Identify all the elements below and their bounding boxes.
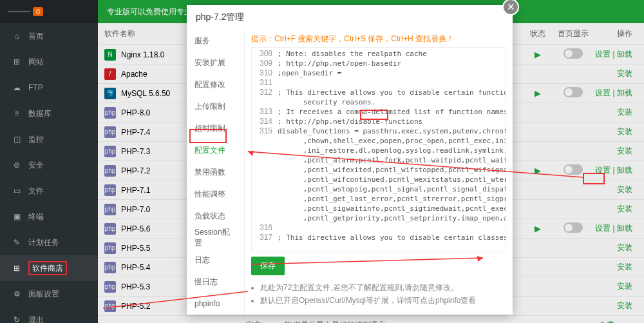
modal-title: php-7.2管理: [187, 5, 513, 30]
modal-nav-item[interactable]: 服务: [187, 30, 244, 52]
modal-nav-item[interactable]: 配置修改: [187, 73, 244, 95]
save-button[interactable]: 保存: [251, 257, 285, 275]
modal-content: 提示：Ctrl+F 搜索关键字，Ctrl+S 保存，Ctrl+H 查找替换！ 3…: [245, 30, 513, 315]
modal-nav-item[interactable]: 配置文件: [187, 139, 244, 161]
modal-nav-item[interactable]: 负载状态: [187, 205, 244, 227]
modal-nav-item[interactable]: 性能调整: [187, 183, 244, 205]
modal-nav-item[interactable]: 超时限制: [187, 117, 244, 139]
note-item: 默认已开启Openssl/Curl/Mysql等扩展，详情可点击phpinfo查…: [260, 295, 506, 306]
modal-nav-item[interactable]: Session配置: [187, 227, 244, 249]
modal-nav: 服务安装扩展配置修改上传限制超时限制配置文件禁用函数性能调整负载状态Sessio…: [187, 30, 245, 315]
modal-nav-item[interactable]: 上传限制: [187, 95, 244, 117]
modal-nav-item[interactable]: phpinfo: [187, 293, 244, 315]
note-item: 此处为72主配置文件,若您不了解配置规则,请勿随意修改。: [260, 282, 506, 293]
php-manage-modal: ✕ php-7.2管理 服务安装扩展配置修改上传限制超时限制配置文件禁用函数性能…: [187, 5, 513, 315]
config-editor[interactable]: 308; Note: disables the realpath cache 3…: [251, 47, 506, 251]
config-notes: 此处为72主配置文件,若您不了解配置规则,请勿随意修改。默认已开启Openssl…: [251, 280, 506, 308]
modal-nav-item[interactable]: 禁用函数: [187, 161, 244, 183]
editor-hint: 提示：Ctrl+F 搜索关键字，Ctrl+S 保存，Ctrl+H 查找替换！: [251, 34, 506, 44]
modal-nav-item[interactable]: 日志: [187, 249, 244, 271]
modal-nav-item[interactable]: 慢日志: [187, 271, 244, 293]
modal-nav-item[interactable]: 安装扩展: [187, 52, 244, 73]
